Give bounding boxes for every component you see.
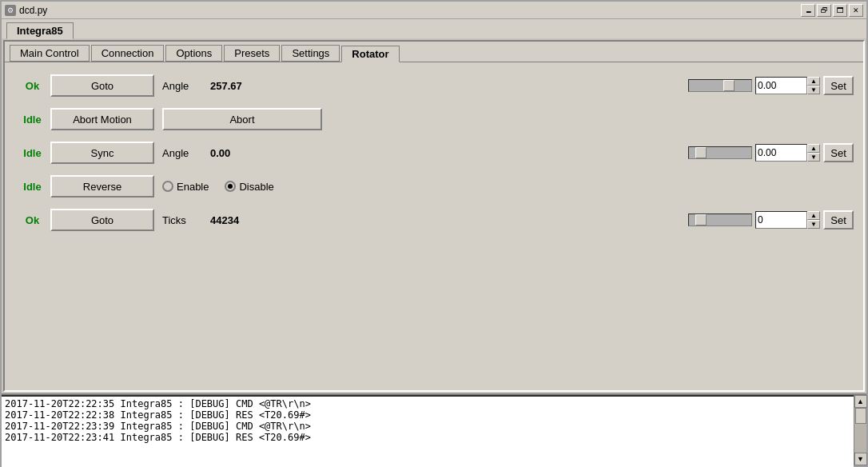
maximize-button[interactable]: 🗖 bbox=[833, 4, 847, 17]
title-bar-buttons: 🗕 🗗 🗖 ✕ bbox=[801, 4, 863, 17]
log-line-1: 2017-11-20T22:22:35 Integra85 : [DEBUG] … bbox=[5, 398, 850, 409]
reverse-button[interactable]: Reverse bbox=[50, 175, 154, 198]
title-bar: ⚙ dcd.py 🗕 🗗 🗖 ✕ bbox=[2, 2, 866, 19]
close-button[interactable]: ✕ bbox=[849, 4, 863, 17]
spin-buttons-3: ▲ ▼ bbox=[807, 211, 820, 229]
status-goto: Ok bbox=[14, 80, 50, 92]
status-abort: Idle bbox=[14, 114, 50, 126]
radio-disable-circle[interactable] bbox=[225, 181, 236, 192]
tab-options[interactable]: Options bbox=[165, 45, 222, 62]
label-angle-2: Angle bbox=[162, 147, 210, 159]
tab-rotator[interactable]: Rotator bbox=[341, 46, 399, 62]
radio-group-enable-disable: Enable Disable bbox=[162, 181, 274, 193]
slider-area-2: ▲ ▼ Set bbox=[688, 143, 854, 162]
spin-input-2[interactable] bbox=[755, 144, 807, 162]
content-area: Ok Goto Angle 257.67 ▲ ▼ Set bbox=[5, 62, 863, 390]
status-reverse: Idle bbox=[14, 181, 50, 193]
spin-up-2[interactable]: ▲ bbox=[807, 144, 820, 153]
radio-enable-circle[interactable] bbox=[162, 181, 173, 192]
spin-down-1[interactable]: ▼ bbox=[807, 86, 820, 94]
goto-button-2[interactable]: Goto bbox=[50, 209, 154, 231]
radio-disable-dot bbox=[228, 184, 233, 189]
spin-up-3[interactable]: ▲ bbox=[807, 211, 820, 220]
tab-settings[interactable]: Settings bbox=[281, 45, 340, 62]
spin-input-3[interactable] bbox=[755, 211, 807, 229]
log-scrollbar[interactable]: ▲ ▼ bbox=[854, 395, 866, 465]
app-icon: ⚙ bbox=[5, 5, 16, 16]
abort-button[interactable]: Abort bbox=[162, 108, 322, 130]
status-ticks: Ok bbox=[14, 214, 50, 226]
spin-input-1[interactable] bbox=[755, 77, 807, 94]
scroll-thumb[interactable] bbox=[855, 408, 866, 424]
status-sync: Idle bbox=[14, 147, 50, 159]
log-line-4: 2017-11-20T22:23:41 Integra85 : [DEBUG] … bbox=[5, 432, 850, 443]
restore-button[interactable]: 🗗 bbox=[817, 4, 831, 17]
log-line-2: 2017-11-20T22:22:38 Integra85 : [DEBUG] … bbox=[5, 409, 850, 421]
scroll-track[interactable] bbox=[854, 408, 866, 453]
set-button-2[interactable]: Set bbox=[823, 143, 854, 162]
spin-buttons-1: ▲ ▼ bbox=[807, 77, 820, 94]
abort-motion-button[interactable]: Abort Motion bbox=[50, 108, 154, 130]
set-button-3[interactable]: Set bbox=[823, 210, 854, 230]
title-bar-title: dcd.py bbox=[19, 5, 798, 16]
label-angle-1: Angle bbox=[162, 80, 210, 92]
scroll-up-button[interactable]: ▲ bbox=[854, 395, 867, 408]
value-ticks: 44234 bbox=[210, 214, 274, 226]
tabs-row: Main Control Connection Options Presets … bbox=[5, 42, 863, 62]
tab-main-control[interactable]: Main Control bbox=[10, 45, 90, 62]
app-tab-integra85[interactable]: Integra85 bbox=[6, 22, 74, 39]
scroll-down-button[interactable]: ▼ bbox=[854, 453, 867, 465]
row-reverse: Idle Reverse Enable Disable bbox=[14, 170, 854, 203]
value-angle-2: 0.00 bbox=[210, 147, 274, 159]
sync-button[interactable]: Sync bbox=[50, 142, 154, 164]
radio-disable-label: Disable bbox=[239, 181, 273, 193]
tab-presets[interactable]: Presets bbox=[224, 45, 280, 62]
value-angle-1: 257.67 bbox=[210, 80, 274, 92]
log-line-3: 2017-11-20T22:23:39 Integra85 : [DEBUG] … bbox=[5, 421, 850, 432]
radio-enable-label: Enable bbox=[177, 181, 209, 193]
minimize-button[interactable]: 🗕 bbox=[801, 4, 815, 17]
radio-disable[interactable]: Disable bbox=[225, 181, 273, 193]
slider-2[interactable] bbox=[688, 146, 752, 159]
inner-panel: Main Control Connection Options Presets … bbox=[3, 40, 865, 392]
log-area[interactable]: 2017-11-20T22:22:35 Integra85 : [DEBUG] … bbox=[2, 395, 854, 467]
spin-down-2[interactable]: ▼ bbox=[807, 153, 820, 162]
spin-buttons-2: ▲ ▼ bbox=[807, 144, 820, 162]
set-button-1[interactable]: Set bbox=[823, 76, 854, 95]
row-abort: Idle Abort Motion Abort bbox=[14, 102, 854, 136]
slider-3[interactable] bbox=[688, 214, 752, 226]
label-ticks: Ticks bbox=[162, 214, 210, 226]
spin-container-1: ▲ ▼ bbox=[755, 77, 820, 94]
slider-area-3: ▲ ▼ Set bbox=[688, 210, 854, 230]
spin-down-3[interactable]: ▼ bbox=[807, 220, 820, 229]
spin-up-1[interactable]: ▲ bbox=[807, 77, 820, 86]
radio-enable[interactable]: Enable bbox=[162, 181, 209, 193]
app-tab-bar: Integra85 bbox=[2, 19, 866, 38]
slider-area-1: ▲ ▼ Set bbox=[688, 76, 854, 95]
slider-1[interactable] bbox=[688, 79, 752, 92]
goto-button-1[interactable]: Goto bbox=[50, 74, 154, 97]
row-sync-angle: Idle Sync Angle 0.00 ▲ ▼ Set bbox=[14, 136, 854, 170]
spin-container-3: ▲ ▼ bbox=[755, 211, 820, 229]
tab-connection[interactable]: Connection bbox=[91, 45, 165, 62]
row-goto-angle: Ok Goto Angle 257.67 ▲ ▼ Set bbox=[14, 69, 854, 102]
log-area-container: 2017-11-20T22:22:35 Integra85 : [DEBUG] … bbox=[2, 393, 866, 465]
spin-container-2: ▲ ▼ bbox=[755, 144, 820, 162]
row-goto-ticks: Ok Goto Ticks 44234 ▲ ▼ Set bbox=[14, 203, 854, 237]
